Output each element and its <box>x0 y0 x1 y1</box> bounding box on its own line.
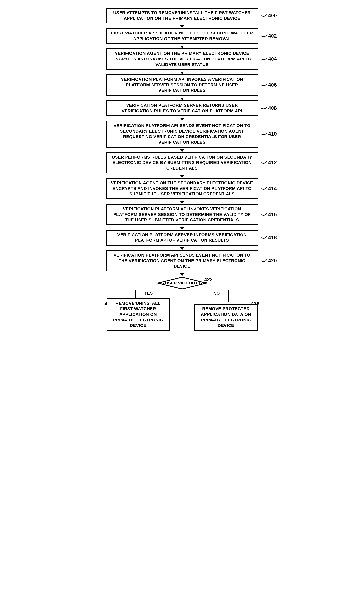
ref-tick-icon <box>262 132 269 136</box>
step-420: VERIFICATION PLATFORM API SENDS EVENT NO… <box>95 250 269 276</box>
arrow-down-icon <box>182 174 182 178</box>
step-418: VERIFICATION PLATFORM SERVER INFORMS VER… <box>95 230 269 250</box>
step-text: VERIFICATION AGENT ON THE SECONDARY ELEC… <box>111 180 253 196</box>
arrow-down-icon <box>182 24 182 28</box>
ref-tick-icon <box>262 259 269 263</box>
step-box: VERIFICATION AGENT ON THE SECONDARY ELEC… <box>106 178 258 199</box>
outcome-text: REMOVE PROTECTED APPLICATION DATA ON PRI… <box>201 306 251 328</box>
step-text: VERIFICATION PLATFORM SERVER INFORMS VER… <box>117 232 247 243</box>
step-box: VERIFICATION PLATFORM SERVER RETURNS USE… <box>106 100 258 116</box>
outcome-box: REMOVE/UNINSTALL FIRST WATCHER APPLICATI… <box>107 298 170 331</box>
step-416: VERIFICATION PLATFORM API INVOKES VERIFI… <box>95 204 269 230</box>
step-400: USER ATTEMPTS TO REMOVE/UNINSTALL THE FI… <box>95 8 269 28</box>
step-box: VERIFICATION PLATFORM SERVER INFORMS VER… <box>106 230 258 246</box>
step-text: USER ATTEMPTS TO REMOVE/UNINSTALL THE FI… <box>113 10 251 21</box>
ref-tick-icon <box>262 236 269 239</box>
ref-tick-icon <box>262 161 269 164</box>
ref-tick-icon <box>262 83 269 87</box>
arrow-down-icon <box>182 148 182 152</box>
step-text: VERIFICATION PLATFORM API SENDS EVENT NO… <box>114 123 250 145</box>
step-box: VERIFICATION PLATFORM API INVOKES VERIFI… <box>106 204 258 225</box>
outcome-no: REMOVE PROTECTED APPLICATION DATA ON PRI… <box>195 304 258 330</box>
step-text: VERIFICATION PLATFORM API INVOKES VERIFI… <box>113 206 251 222</box>
step-text: VERIFICATION PLATFORM API INVOKES A VERI… <box>121 77 243 93</box>
ref-tick-icon <box>262 57 269 61</box>
step-414: VERIFICATION AGENT ON THE SECONDARY ELEC… <box>95 178 269 204</box>
step-ref: 406 <box>268 82 277 88</box>
step-box: VERIFICATION PLATFORM API INVOKES A VERI… <box>106 74 258 96</box>
step-box: USER PERFORMS RULES BASED VERIFICATION O… <box>106 152 258 173</box>
step-ref: 408 <box>268 105 277 112</box>
step-404: VERIFICATION AGENT ON THE PRIMARY ELECTR… <box>95 48 269 74</box>
outcome-text: REMOVE/UNINSTALL FIRST WATCHER APPLICATI… <box>113 301 163 328</box>
flowchart: USER ATTEMPTS TO REMOVE/UNINSTALL THE FI… <box>95 8 269 331</box>
step-406: VERIFICATION PLATFORM API INVOKES A VERI… <box>95 74 269 100</box>
step-ref: 410 <box>268 131 277 137</box>
step-box: VERIFICATION AGENT ON THE PRIMARY ELECTR… <box>106 48 258 70</box>
outcome-yes: REMOVE/UNINSTALL FIRST WATCHER APPLICATI… <box>107 298 170 331</box>
step-ref: 412 <box>268 159 277 166</box>
step-412: USER PERFORMS RULES BASED VERIFICATION O… <box>95 152 269 178</box>
ref-tick-icon <box>262 106 269 110</box>
step-402: FIRST WATCHER APPLICATION NOTIFIES THE S… <box>95 28 269 48</box>
arrow-down-icon <box>182 44 182 48</box>
arrow-down-icon <box>182 272 182 276</box>
step-box: FIRST WATCHER APPLICATION NOTIFIES THE S… <box>106 28 258 44</box>
arrow-down-icon <box>182 116 182 120</box>
ref-tick-icon <box>262 14 269 18</box>
step-ref: 420 <box>268 258 277 264</box>
step-ref: 418 <box>268 234 277 241</box>
ref-tick-icon <box>262 187 269 191</box>
decision-branches: 422 YES NO 424 426 REMOVE/UNINSTALL FIRS… <box>107 290 258 331</box>
step-410: VERIFICATION PLATFORM API SENDS EVENT NO… <box>95 121 269 152</box>
step-ref: 416 <box>268 211 277 218</box>
step-ref: 400 <box>268 12 277 19</box>
step-ref: 404 <box>268 56 277 62</box>
step-text: VERIFICATION PLATFORM API SENDS EVENT NO… <box>114 253 250 268</box>
ref-tick-icon <box>262 34 269 38</box>
step-box: VERIFICATION PLATFORM API SENDS EVENT NO… <box>106 250 258 271</box>
step-text: VERIFICATION AGENT ON THE PRIMARY ELECTR… <box>112 51 251 67</box>
arrow-down-icon <box>182 70 182 74</box>
step-text: VERIFICATION PLATFORM SERVER RETURNS USE… <box>122 103 242 113</box>
step-ref: 402 <box>268 33 277 39</box>
step-box: USER ATTEMPTS TO REMOVE/UNINSTALL THE FI… <box>106 8 258 23</box>
arrow-down-icon <box>182 246 182 250</box>
step-text: USER PERFORMS RULES BASED VERIFICATION O… <box>112 155 252 171</box>
arrow-down-icon <box>182 96 182 100</box>
step-box: VERIFICATION PLATFORM API SENDS EVENT NO… <box>106 121 258 147</box>
step-408: VERIFICATION PLATFORM SERVER RETURNS USE… <box>95 100 269 121</box>
ref-tick-icon <box>262 213 269 216</box>
arrow-down-icon <box>182 226 182 230</box>
step-ref: 414 <box>268 185 277 192</box>
step-text: FIRST WATCHER APPLICATION NOTIFIES THE S… <box>111 30 253 41</box>
outcome-box: REMOVE PROTECTED APPLICATION DATA ON PRI… <box>195 304 258 330</box>
arrow-down-icon <box>182 200 182 203</box>
